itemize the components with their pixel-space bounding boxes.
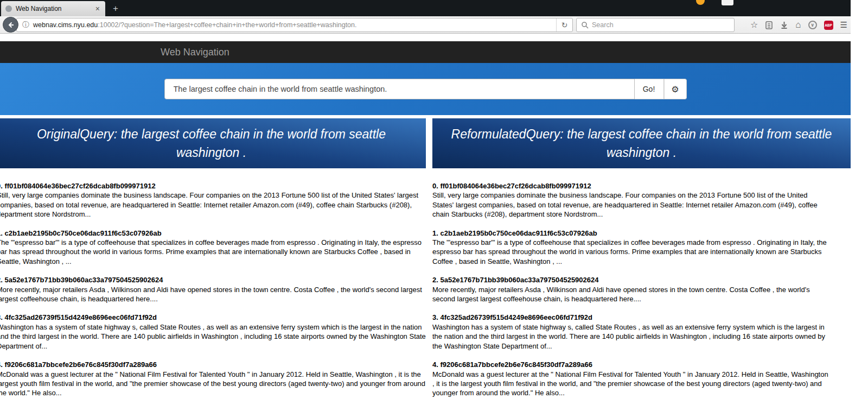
downloads-icon[interactable] [780,21,788,29]
original-query-results: 0. ff01bf084064e36bec27cf26dcab8fb099971… [0,168,426,398]
browser-tab[interactable]: Web Navigation × [1,1,105,16]
result-item: 3. 4fc325ad26739f515d4249e8696eec06fd71f… [432,313,829,351]
gear-icon: ⚙ [671,85,679,94]
browser-window: Web Navigation × + ⓘ webnav.cims.nyu.edu… [0,0,851,405]
reformulated-query-header: ReformulatedQuery: the largest coffee ch… [432,118,851,168]
search-icon [581,21,589,29]
result-snippet: More recently, major retailers Asda , Wi… [0,285,426,304]
bookmark-star-icon[interactable]: ☆ [750,21,758,29]
result-id: 3. 4fc325ad26739f515d4249e8696eec06fd71f… [432,313,829,322]
system-tray-icon-2 [722,0,733,5]
search-hero: Go! ⚙ [0,63,851,115]
result-snippet: The '"espresso bar'" is a type of coffee… [432,238,829,266]
result-id: 4. f9206c681a7bbcefe2b6e76c845f30df7a289… [0,360,426,369]
result-snippet: Washington has a system of state highway… [432,322,829,351]
original-query-header: OriginalQuery: the largest coffee chain … [0,118,426,168]
browser-search-field[interactable]: Search [576,18,735,32]
result-item: 2. 5a52e1767b71bb39b060ac33a797504525902… [432,275,829,303]
system-tray-icon [696,0,705,5]
url-path: :10002/?question=The+largest+coffee+chai… [98,21,556,29]
reformulated-query-results: 0. ff01bf084064e36bec27cf26dcab8fb099971… [432,168,851,398]
result-snippet: Still, very large companies dominate the… [0,191,426,219]
bookmarks-panel-icon[interactable] [765,21,773,29]
result-id: 3. 4fc325ad26739f515d4249e8696eec06fd71f… [0,313,426,322]
result-snippet: More recently, major retailers Asda , Wi… [432,285,829,304]
result-id: 2. 5a52e1767b71bb39b060ac33a797504525902… [0,275,426,284]
result-item: 3. 4fc325ad26739f515d4249e8696eec06fd71f… [0,313,426,351]
result-item: 4. f9206c681a7bbcefe2b6e76c845f30df7a289… [432,360,829,398]
question-form: Go! ⚙ [164,79,687,99]
go-button[interactable]: Go! [635,79,664,99]
result-id: 0. ff01bf084064e36bec27cf26dcab8fb099971… [0,181,426,191]
menu-icon[interactable]: ☰ [840,21,847,29]
search-placeholder: Search [592,21,614,29]
result-id: 1. c2b1aeb2195b0c750ce06dac911f6c53c0792… [0,229,426,238]
back-arrow-icon [7,21,15,29]
result-snippet: McDonald was a guest lecturer at the " N… [432,370,829,398]
home-icon[interactable]: ⌂ [795,21,801,29]
navigation-toolbar: ⓘ webnav.cims.nyu.edu :10002/?question=T… [0,16,851,34]
result-id: 4. f9206c681a7bbcefe2b6e76c845f30df7a289… [432,360,829,369]
toolbar-icons: ☆ ⌂ ∨ ABP ☰ [750,16,847,34]
url-host: webnav.cims.nyu.edu [33,21,98,29]
result-snippet: McDonald was a guest lecturer at the " N… [0,370,426,398]
result-item: 0. ff01bf084064e36bec27cf26dcab8fb099971… [0,181,426,219]
result-snippet: Washington has a system of state highway… [0,322,426,351]
pocket-icon[interactable]: ∨ [808,21,817,29]
original-query-column: OriginalQuery: the largest coffee chain … [0,118,426,405]
back-button[interactable] [3,17,18,33]
url-bar[interactable]: ⓘ webnav.cims.nyu.edu :10002/?question=T… [16,18,573,32]
settings-button[interactable]: ⚙ [664,79,687,99]
page-top-gap [0,34,851,41]
result-id: 1. c2b1aeb2195b0c750ce06dac911f6c53c0792… [432,229,829,238]
reformulated-query-column: ReformulatedQuery: the largest coffee ch… [432,118,851,405]
page-content: Web Navigation Go! ⚙ OriginalQuery: the … [0,34,851,405]
tab-title: Web Navigation [16,5,94,12]
result-snippet: Still, very large companies dominate the… [432,191,829,219]
info-icon[interactable]: ⓘ [22,20,29,30]
result-snippet: The '"espresso bar'" is a type of coffee… [0,238,426,266]
result-item: 4. f9206c681a7bbcefe2b6e76c845f30df7a289… [0,360,426,398]
site-brand: Web Navigation [0,41,229,63]
new-tab-button[interactable]: + [108,2,123,15]
question-input[interactable] [164,79,635,99]
result-item: 2. 5a52e1767b71bb39b060ac33a797504525902… [0,275,426,303]
tab-close-icon[interactable]: × [94,5,101,12]
page-favicon-icon [5,5,12,12]
result-item: 0. ff01bf084064e36bec27cf26dcab8fb099971… [432,181,829,219]
adblock-plus-icon[interactable]: ABP [824,21,833,30]
result-item: 1. c2b1aeb2195b0c750ce06dac911f6c53c0792… [0,229,426,267]
site-navbar: Web Navigation [0,41,851,63]
result-id: 2. 5a52e1767b71bb39b060ac33a797504525902… [432,275,829,284]
result-id: 0. ff01bf084064e36bec27cf26dcab8fb099971… [432,181,829,191]
result-item: 1. c2b1aeb2195b0c750ce06dac911f6c53c0792… [432,229,829,267]
tab-bar: Web Navigation × + [0,0,851,16]
reload-button[interactable]: ↻ [556,18,572,31]
results-columns: OriginalQuery: the largest coffee chain … [0,118,851,405]
